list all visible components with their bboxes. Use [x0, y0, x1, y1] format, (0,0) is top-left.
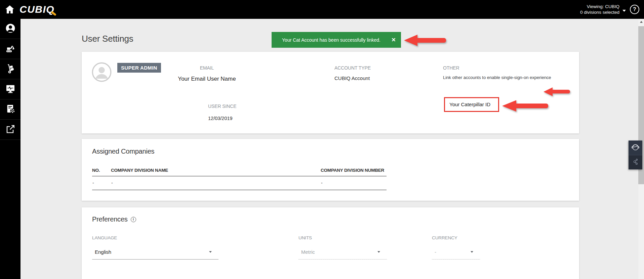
units-label: UNITS	[298, 235, 387, 240]
assigned-companies-title: Assigned Companies	[92, 148, 154, 155]
external-link-icon	[5, 124, 16, 136]
sidebar-item-parts[interactable]	[0, 59, 21, 79]
hand-truck-icon	[5, 63, 16, 75]
chevron-down-icon	[209, 251, 212, 253]
language-label: LANGUAGE	[92, 235, 218, 240]
currency-label: CURRENCY	[432, 235, 480, 240]
table-row: - - -	[92, 176, 387, 190]
success-toast: Your Cat Account has been successfully l…	[272, 32, 401, 48]
scroll-up-icon[interactable]	[638, 19, 644, 25]
account-type-value: CUBIQ Account	[334, 75, 371, 81]
info-icon[interactable]: i	[131, 217, 136, 222]
chevron-down-icon	[471, 251, 473, 253]
language-select[interactable]: LANGUAGE English	[92, 235, 218, 260]
account-type-block: ACCOUNT TYPE CUBIQ Account	[334, 65, 371, 81]
sidebar-item-health[interactable]	[0, 79, 21, 99]
email-label: EMAIL	[176, 65, 238, 71]
report-settings-icon	[5, 104, 16, 116]
cubiq-logo[interactable]: CUBIQ	[19, 3, 54, 15]
divisions-selected-label: 0 divisions selected	[580, 9, 619, 15]
page-title: User Settings	[82, 34, 133, 44]
currency-value: -	[435, 249, 436, 255]
support-widget	[629, 141, 642, 169]
other-accounts-block: OTHER Link other accounts to enable sing…	[443, 65, 571, 80]
home-button[interactable]	[4, 4, 15, 15]
companies-table: NO. COMPANY DIVISION NAME COMPANY DIVISI…	[92, 168, 387, 190]
user-icon	[5, 23, 16, 35]
app-root: CUBIQ Viewing: CUBIQ 0 divisions selecte…	[0, 0, 644, 279]
sidebar-item-user[interactable]	[0, 19, 21, 39]
cell-division-name: -	[111, 176, 321, 190]
topbar-right: Viewing: CUBIQ 0 divisions selected ?	[580, 0, 639, 19]
units-value: Metric	[301, 249, 315, 255]
topbar: CUBIQ Viewing: CUBIQ 0 divisions selecte…	[0, 0, 644, 19]
other-label: OTHER	[443, 65, 571, 71]
sso-hint-text: Link other accounts to enable single-sig…	[443, 75, 571, 80]
language-value: English	[95, 249, 111, 255]
viewing-label: Viewing: CUBIQ	[580, 4, 619, 9]
monitor-health-icon	[5, 83, 16, 95]
currency-select[interactable]: CURRENCY -	[432, 235, 480, 260]
annotation-arrow-caterpillar-id	[502, 100, 549, 112]
preferences-card: Preferences i LANGUAGE English UNITS Met…	[82, 207, 579, 279]
preferences-title: Preferences	[92, 215, 128, 223]
close-icon[interactable]: ✕	[386, 37, 401, 43]
sidebar-item-external[interactable]	[0, 120, 21, 140]
caterpillar-id-highlight-box: Your Caterpillar ID	[444, 97, 499, 112]
chevron-down-icon	[622, 10, 626, 12]
toast-message: Your Cat Account has been successfully l…	[272, 37, 386, 43]
avatar	[92, 62, 112, 82]
sidebar	[0, 19, 21, 279]
column-header-division-name: COMPANY DIVISION NAME	[111, 168, 321, 176]
cell-no: -	[92, 176, 111, 190]
brand-text: CUBIQ	[19, 4, 54, 15]
share-icon	[632, 158, 639, 166]
column-header-division-number: COMPANY DIVISION NUMBER	[321, 168, 387, 176]
table-header-row: NO. COMPANY DIVISION NAME COMPANY DIVISI…	[92, 168, 387, 176]
support-chat-button[interactable]	[629, 141, 642, 155]
preferences-title-row: Preferences i	[92, 215, 136, 223]
help-button[interactable]: ?	[630, 5, 639, 14]
division-selector[interactable]: Viewing: CUBIQ 0 divisions selected	[580, 4, 626, 15]
user-since-value: 12/03/2019	[208, 116, 237, 121]
headset-agent-icon	[631, 143, 640, 153]
account-type-label: ACCOUNT TYPE	[334, 65, 371, 71]
user-since-label: USER SINCE	[208, 104, 237, 109]
email-value: Your Email User Name	[176, 76, 238, 82]
email-block: EMAIL Your Email User Name	[176, 65, 238, 82]
annotation-arrow-unlink	[544, 87, 570, 96]
question-mark-icon: ?	[633, 6, 636, 12]
sidebar-item-equipment[interactable]	[0, 39, 21, 59]
excavator-icon	[5, 43, 16, 55]
assigned-companies-card: Assigned Companies NO. COMPANY DIVISION …	[82, 139, 579, 201]
sidebar-item-reports[interactable]	[0, 99, 21, 120]
cell-division-number: -	[321, 176, 387, 190]
share-button[interactable]	[629, 155, 642, 169]
home-icon	[4, 10, 15, 16]
role-badge: SUPER ADMIN	[117, 63, 161, 73]
profile-card: SUPER ADMIN EMAIL Your Email User Name U…	[82, 52, 579, 133]
column-header-no: NO.	[92, 168, 111, 176]
caterpillar-id-value: Your Caterpillar ID	[449, 102, 490, 107]
annotation-arrow-toast	[404, 35, 446, 46]
units-select[interactable]: UNITS Metric	[298, 235, 387, 260]
chevron-down-icon	[377, 251, 380, 253]
user-since-block: USER SINCE 12/03/2019	[208, 104, 237, 121]
